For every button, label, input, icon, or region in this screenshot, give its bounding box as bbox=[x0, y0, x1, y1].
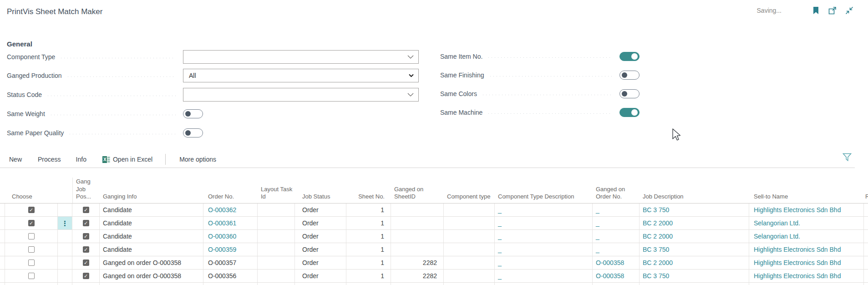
sell-to-name-cell[interactable]: Selangorian Ltd. bbox=[749, 230, 864, 243]
order-no-cell[interactable]: O-000356 bbox=[203, 270, 258, 282]
choose-checkbox[interactable] bbox=[28, 273, 35, 279]
component-type-cell[interactable] bbox=[444, 256, 495, 269]
layout-task-id-cell[interactable] bbox=[258, 270, 295, 282]
job-status-cell[interactable]: Order bbox=[295, 204, 346, 216]
order-no-cell[interactable]: O-000361 bbox=[203, 217, 258, 229]
sell-to-name-cell[interactable]: Highlights Electronics Sdn Bhd bbox=[749, 256, 864, 269]
sell-to-name-cell[interactable]: Highlights Electronics Sdn Bhd bbox=[749, 243, 864, 256]
column-header-sheet-no[interactable]: Sheet No. bbox=[346, 178, 391, 203]
open-in-excel-button[interactable]: X Open in Excel bbox=[102, 156, 152, 163]
row-context-menu-cell[interactable]: ⋮ bbox=[58, 217, 72, 229]
ganged-production-select[interactable]: All bbox=[183, 69, 419, 82]
layout-task-id-cell[interactable] bbox=[258, 256, 295, 269]
column-header-ganged-on-sheetid[interactable]: Ganged on SheetID bbox=[391, 178, 444, 203]
same-finishing-toggle[interactable] bbox=[619, 71, 640, 80]
process-button[interactable]: Process bbox=[38, 156, 61, 163]
column-header-ganging-info[interactable]: Ganging Info bbox=[100, 178, 203, 203]
job-description-cell[interactable]: BC 2 2000 bbox=[640, 230, 749, 243]
component-type-cell[interactable] bbox=[444, 243, 495, 256]
job-description-cell[interactable]: BC 3 750 bbox=[640, 270, 749, 282]
job-status-cell[interactable]: Order bbox=[295, 243, 346, 256]
column-header-ganged-on-order-no[interactable]: Ganged on Order No. bbox=[593, 178, 640, 203]
same-item-no-toggle[interactable] bbox=[619, 52, 640, 61]
open-in-new-window-icon[interactable] bbox=[828, 6, 837, 15]
job-status-cell[interactable]: Order bbox=[295, 230, 346, 243]
job-description-cell[interactable]: BC 2 2000 bbox=[640, 256, 749, 269]
info-button[interactable]: Info bbox=[76, 156, 86, 163]
ganged-on-order-no-cell[interactable]: O-000358 bbox=[593, 256, 640, 269]
ganging-info-cell[interactable]: Candidate bbox=[100, 217, 203, 229]
component-type-description-cell[interactable]: _ bbox=[495, 270, 593, 282]
filter-funnel-icon[interactable] bbox=[843, 153, 853, 163]
same-weight-toggle[interactable] bbox=[183, 109, 203, 118]
order-no-cell[interactable]: O-000360 bbox=[203, 230, 258, 243]
same-machine-toggle[interactable] bbox=[619, 108, 640, 117]
order-no-value[interactable]: O-000362 bbox=[208, 206, 236, 214]
same-colors-toggle[interactable] bbox=[619, 89, 640, 98]
gang-job-pos-checkbox[interactable] bbox=[83, 207, 89, 213]
component-type-description-cell[interactable]: _ bbox=[495, 217, 593, 229]
order-no-value[interactable]: O-000357 bbox=[208, 259, 236, 266]
choose-checkbox[interactable] bbox=[28, 220, 35, 226]
ganging-info-cell[interactable]: Candidate bbox=[100, 230, 203, 243]
sheet-no-cell[interactable]: 1 bbox=[346, 230, 391, 243]
job-status-cell[interactable]: Order bbox=[295, 217, 346, 229]
gang-job-pos-checkbox[interactable] bbox=[83, 260, 89, 266]
column-header-sell-to-name[interactable]: Sell-to Name bbox=[749, 178, 864, 203]
bookmark-icon[interactable] bbox=[811, 6, 820, 15]
component-type-description-cell[interactable]: _ bbox=[495, 256, 593, 269]
ganged-on-sheetid-cell[interactable] bbox=[391, 230, 444, 243]
sheet-no-cell[interactable]: 1 bbox=[346, 256, 391, 269]
sheet-no-cell[interactable]: 1 bbox=[346, 270, 391, 282]
column-header-layout-task-id[interactable]: Layout Task Id bbox=[258, 178, 295, 203]
gang-job-pos-checkbox[interactable] bbox=[83, 233, 89, 239]
layout-task-id-cell[interactable] bbox=[258, 230, 295, 243]
ganged-on-order-no-cell[interactable]: O-000358 bbox=[593, 270, 640, 282]
sheet-no-cell[interactable]: 1 bbox=[346, 217, 391, 229]
gang-job-pos-checkbox[interactable] bbox=[83, 246, 89, 253]
component-type-cell[interactable] bbox=[444, 217, 495, 229]
row-context-menu-cell[interactable]: ⋮ bbox=[58, 243, 72, 256]
column-header-order-no[interactable]: Order No. bbox=[203, 178, 258, 203]
ganged-on-order-no-cell[interactable]: _ bbox=[593, 204, 640, 216]
choose-checkbox[interactable] bbox=[28, 260, 35, 266]
choose-checkbox[interactable] bbox=[28, 233, 35, 239]
component-type-input[interactable] bbox=[183, 50, 419, 64]
row-context-menu-cell[interactable]: ⋮ bbox=[58, 256, 72, 269]
column-header-component-type-description[interactable]: Component Type Description bbox=[495, 178, 593, 203]
layout-task-id-cell[interactable] bbox=[258, 204, 295, 216]
job-status-cell[interactable]: Order bbox=[295, 256, 346, 269]
column-header-gang-job-pos[interactable]: Gang Job Pos... bbox=[72, 178, 100, 203]
component-type-cell[interactable] bbox=[444, 270, 495, 282]
ganged-on-order-no-cell[interactable]: _ bbox=[593, 230, 640, 243]
ganged-on-order-no-cell[interactable]: _ bbox=[593, 243, 640, 256]
column-header-job-status[interactable]: Job Status bbox=[295, 178, 346, 203]
sell-to-name-cell[interactable]: Highlights Electronics Sdn Bhd bbox=[749, 270, 864, 282]
order-no-cell[interactable]: O-000357 bbox=[203, 256, 258, 269]
order-no-value[interactable]: O-000361 bbox=[208, 219, 236, 227]
ganging-info-cell[interactable]: Ganged on order O-000358 bbox=[100, 256, 203, 269]
row-context-menu-cell[interactable]: ⋮ bbox=[58, 270, 72, 282]
column-header-job-description[interactable]: Job Description bbox=[640, 178, 749, 203]
layout-task-id-cell[interactable] bbox=[258, 243, 295, 256]
component-type-description-cell[interactable]: _ bbox=[495, 230, 593, 243]
order-no-value[interactable]: O-000360 bbox=[208, 233, 236, 240]
sell-to-name-cell[interactable]: Selangorian Ltd. bbox=[749, 217, 864, 229]
component-type-description-cell[interactable]: _ bbox=[495, 204, 593, 216]
layout-task-id-cell[interactable] bbox=[258, 217, 295, 229]
job-description-cell[interactable]: BC 3 750 bbox=[640, 243, 749, 256]
ganging-info-cell[interactable]: Ganged on order O-000358 bbox=[100, 270, 203, 282]
gang-job-pos-checkbox[interactable] bbox=[83, 220, 89, 226]
column-header-choose[interactable]: Choose bbox=[5, 178, 58, 203]
ganged-on-sheetid-cell[interactable]: 2282 bbox=[391, 270, 444, 282]
order-no-value[interactable]: O-000359 bbox=[208, 246, 236, 253]
ganged-on-sheetid-cell[interactable] bbox=[391, 217, 444, 229]
column-header-truncated[interactable]: R bbox=[864, 178, 868, 203]
ganged-on-sheetid-cell[interactable] bbox=[391, 243, 444, 256]
ganging-info-cell[interactable]: Candidate bbox=[100, 204, 203, 216]
ganged-on-sheetid-cell[interactable]: 2282 bbox=[391, 256, 444, 269]
component-type-cell[interactable] bbox=[444, 230, 495, 243]
component-type-description-cell[interactable]: _ bbox=[495, 243, 593, 256]
sheet-no-cell[interactable]: 1 bbox=[346, 243, 391, 256]
order-no-value[interactable]: O-000356 bbox=[208, 272, 236, 280]
